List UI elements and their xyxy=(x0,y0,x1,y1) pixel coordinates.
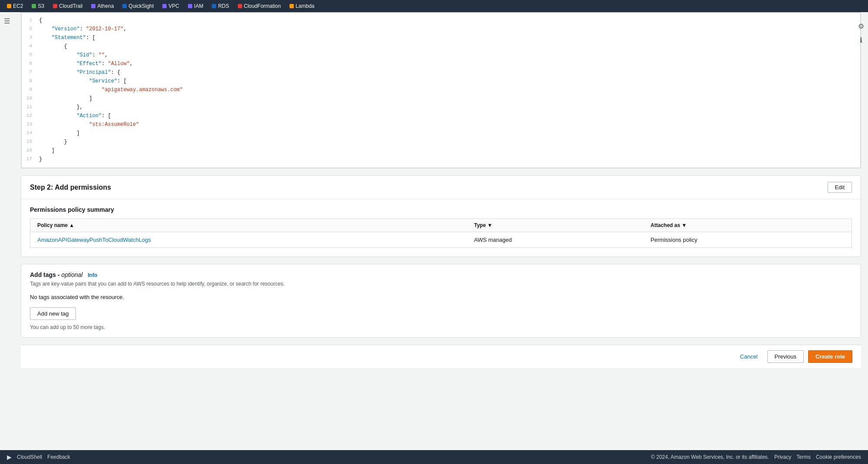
cancel-button[interactable]: Cancel xyxy=(735,351,763,362)
policy-type: AWS managed xyxy=(467,232,644,248)
code-line: 17} xyxy=(22,155,860,164)
table-header-type[interactable]: Type ▼ xyxy=(467,219,644,232)
vpc-dot-icon xyxy=(162,4,167,8)
nav-item-s3[interactable]: S3 xyxy=(28,2,48,10)
info-side-icon[interactable]: ℹ xyxy=(856,35,866,45)
code-line: 2 "Version": "2012-10-17", xyxy=(22,25,860,34)
code-line: 3 "Statement": [ xyxy=(22,34,860,43)
footer-actions: Cancel Previous Create role xyxy=(21,345,861,368)
nav-item-rds[interactable]: RDS xyxy=(208,2,232,10)
nav-item-athena[interactable]: Athena xyxy=(88,2,117,10)
create-role-button[interactable]: Create role xyxy=(808,350,852,363)
tags-title: Add tags - optional Info xyxy=(30,271,852,278)
top-nav: EC2S3CloudTrailAthenaQuickSightVPCIAMRDS… xyxy=(0,0,868,12)
privacy-link[interactable]: Privacy xyxy=(774,454,791,460)
step2-section: Step 2: Add permissions Edit Permissions… xyxy=(21,175,861,257)
nav-item-cloudtrail[interactable]: CloudTrail xyxy=(49,2,86,10)
table-row: AmazonAPIGatewayPushToCloudWatchLogsAWS … xyxy=(30,232,852,248)
step2-title: Step 2: Add permissions xyxy=(30,184,111,191)
copyright-text: © 2024, Amazon Web Services, Inc. or its… xyxy=(651,454,769,460)
step2-edit-button[interactable]: Edit xyxy=(828,182,852,193)
nav-item-vpc[interactable]: VPC xyxy=(159,2,183,10)
athena-dot-icon xyxy=(91,4,95,8)
permissions-table: Policy name ▲Type ▼Attached as ▼ AmazonA… xyxy=(30,218,852,248)
terms-link[interactable]: Terms xyxy=(796,454,811,460)
cloudformation-dot-icon xyxy=(238,4,242,8)
ec2-dot-icon xyxy=(7,4,11,8)
permissions-summary-title: Permissions policy summary xyxy=(30,199,852,218)
code-line: 11 }, xyxy=(22,103,860,112)
sidebar-toggle[interactable]: ☰ xyxy=(0,14,14,28)
side-icons: ⚙ ℹ xyxy=(854,17,868,49)
tags-description: Tags are key-value pairs that you can ad… xyxy=(30,281,852,287)
table-header-attached-as[interactable]: Attached as ▼ xyxy=(644,219,852,232)
code-line: 8 "Service": [ xyxy=(22,77,860,86)
bottom-bar: ▶ CloudShell Feedback © 2024, Amazon Web… xyxy=(0,450,868,464)
tags-limit-text: You can add up to 50 more tags. xyxy=(30,324,852,330)
quicksight-dot-icon xyxy=(122,4,127,8)
nav-item-lambda[interactable]: Lambda xyxy=(286,2,318,10)
s3-dot-icon xyxy=(32,4,36,8)
code-line: 4 { xyxy=(22,43,860,51)
code-line: 14 ] xyxy=(22,129,860,138)
iam-dot-icon xyxy=(188,4,192,8)
tags-info-link[interactable]: Info xyxy=(88,272,97,278)
nav-item-cloudformation[interactable]: CloudFormation xyxy=(234,2,284,10)
lambda-dot-icon xyxy=(289,4,294,8)
code-line: 5 "Sid": "", xyxy=(22,51,860,60)
code-line: 13 "sts:AssumeRole" xyxy=(22,121,860,129)
settings-icon[interactable]: ⚙ xyxy=(856,21,866,31)
feedback-label[interactable]: Feedback xyxy=(47,454,70,460)
code-line: 16 ] xyxy=(22,147,860,155)
add-new-tag-button[interactable]: Add new tag xyxy=(30,307,76,320)
code-line: 7 "Principal": { xyxy=(22,69,860,77)
rds-dot-icon xyxy=(212,4,216,8)
cloudshell-icon: ▶ xyxy=(7,454,12,461)
cookie-link[interactable]: Cookie preferences xyxy=(816,454,861,460)
nav-item-quicksight[interactable]: QuickSight xyxy=(119,2,157,10)
code-line: 12 "Action": [ xyxy=(22,112,860,121)
code-line: 1{ xyxy=(22,16,860,25)
table-header-policy-name[interactable]: Policy name ▲ xyxy=(30,219,467,232)
policy-name-link[interactable]: AmazonAPIGatewayPushToCloudWatchLogs xyxy=(37,237,151,243)
step3-section: Add tags - optional Info Tags are key-va… xyxy=(21,264,861,338)
nav-item-iam[interactable]: IAM xyxy=(184,2,207,10)
cloudtrail-dot-icon xyxy=(53,4,57,8)
no-tags-text: No tags associated with the resource. xyxy=(30,294,852,300)
code-line: 6 "Effect": "Allow", xyxy=(22,60,860,69)
previous-button[interactable]: Previous xyxy=(767,350,804,363)
code-line: 10 ] xyxy=(22,95,860,103)
policy-attached-as: Permissions policy xyxy=(644,232,852,248)
code-line: 15 } xyxy=(22,138,860,147)
cloudshell-label[interactable]: CloudShell xyxy=(17,454,42,460)
code-line: 9 "apigateway.amazonaws.com" xyxy=(22,86,860,95)
nav-item-ec2[interactable]: EC2 xyxy=(3,2,26,10)
trust-policy-code: 1{2 "Version": "2012-10-17",3 "Statement… xyxy=(21,12,861,168)
